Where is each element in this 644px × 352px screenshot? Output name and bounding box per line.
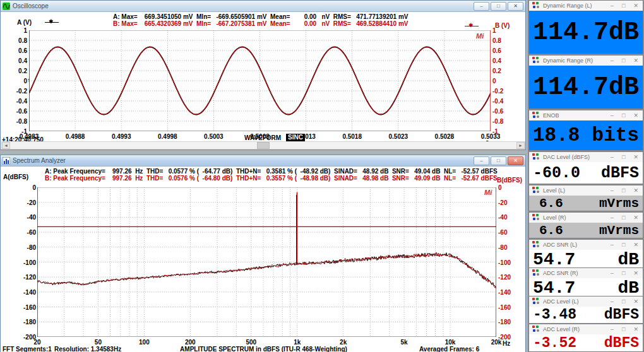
minimize-icon[interactable]: – — [474, 2, 489, 11]
y-tick-label-right: 0.8 — [492, 37, 501, 44]
close-icon[interactable]: ✕ — [633, 240, 638, 249]
close-icon[interactable]: ✕ — [633, 186, 638, 195]
maximize-icon[interactable]: □ — [622, 269, 625, 278]
minimize-icon[interactable]: – — [611, 269, 614, 278]
maximize-icon[interactable]: □ — [622, 325, 625, 334]
meter-window: Level (R) – □ ✕ 6.6 mVrms — [528, 212, 643, 238]
sinc-mode-badge[interactable]: SINC — [286, 134, 305, 141]
meter-titlebar[interactable]: Dynamic Range (R) – □ ✕ — [529, 56, 643, 66]
minimize-icon[interactable]: – — [611, 56, 614, 65]
y-tick-label-right: -160 — [498, 304, 511, 311]
maximize-icon[interactable]: □ — [622, 297, 625, 306]
oscilloscope-body: A: Max= 669.3451050 mV MIn= -669.6505901… — [1, 12, 525, 150]
meter-title: DAC Level (dBFS) — [543, 154, 607, 160]
meter-value-number: -3.48 — [533, 307, 576, 323]
minimize-icon[interactable]: – — [611, 1, 614, 10]
tick-label: 0 — [1, 78, 27, 85]
close-icon[interactable]: ✕ — [633, 325, 638, 334]
tick-label: 500 — [236, 339, 266, 346]
spectrum-a-axis-label: A(dBFS) — [3, 173, 28, 180]
oscilloscope-scrollbar[interactable]: ◄ ► — [1, 141, 525, 150]
tick-label: 0.6 — [1, 47, 27, 54]
tick-label: -0.4 — [1, 98, 27, 105]
meter-titlebar[interactable]: ADC Level (R) – □ ✕ — [529, 324, 643, 334]
meter-value-unit: dB — [609, 18, 639, 47]
meter-titlebar[interactable]: Level (R) – □ ✕ — [529, 213, 643, 223]
oscilloscope-titlebar[interactable]: Oscilloscope – □ ✕ — [1, 1, 525, 12]
y-tick-label-right: 0.6 — [492, 47, 501, 54]
maximize-icon[interactable]: □ — [491, 156, 506, 165]
minimize-icon[interactable]: – — [611, 297, 614, 306]
maximize-icon[interactable]: □ — [622, 153, 625, 161]
meter-value-unit: mVrms — [599, 196, 639, 211]
maximize-icon[interactable]: □ — [622, 240, 625, 249]
close-icon[interactable]: ✕ — [633, 153, 638, 161]
close-icon[interactable]: ✕ — [508, 2, 523, 11]
maximize-icon[interactable]: □ — [622, 1, 625, 10]
y-tick-label-right: -60 — [498, 229, 507, 236]
tick-label: 10k — [435, 339, 465, 346]
scroll-left-icon[interactable]: ◄ — [2, 142, 10, 149]
oscilloscope-window: Oscilloscope – □ ✕ A: Max= 669.3451050 m… — [0, 0, 526, 150]
scroll-right-icon[interactable]: ► — [516, 142, 525, 149]
y-tick-label-right: 0 — [492, 78, 496, 85]
averaged-frames-label: Averaged Frames: 6 — [419, 346, 479, 352]
close-icon[interactable]: ✕ — [633, 297, 638, 306]
meter-app-icon — [532, 112, 540, 119]
meter-app-icon — [532, 153, 540, 161]
meter-titlebar[interactable]: DAC Level (dBFS) – □ ✕ — [529, 152, 643, 162]
meter-titlebar[interactable]: ADC SNR (R) – □ ✕ — [529, 268, 643, 278]
meter-value-number: 114.7 — [533, 73, 609, 102]
channel-a-probe-marker-icon[interactable]: ✱ — [45, 19, 59, 25]
close-icon[interactable]: ✕ — [633, 269, 638, 278]
y-tick-label-right: -120 — [498, 274, 511, 281]
maximize-icon[interactable]: □ — [622, 56, 625, 65]
meter-app-icon — [532, 2, 540, 9]
spectrum-titlebar[interactable]: Spectrum Analyzer – □ ✕ — [1, 155, 525, 167]
close-icon[interactable]: ✕ — [633, 56, 638, 65]
spectrum-plot[interactable] — [37, 187, 496, 337]
minimize-icon[interactable]: – — [611, 111, 614, 120]
meter-title: Dynamic Range (R) — [543, 57, 607, 64]
tick-label: -20 — [9, 199, 36, 206]
meters-panel: Dynamic Range (L) – □ ✕ 114.7 dB Dynamic… — [528, 0, 644, 352]
oscilloscope-title: Oscilloscope — [13, 3, 474, 9]
meter-value-display: 18.8 bits — [529, 120, 643, 150]
close-icon[interactable]: ✕ — [633, 1, 638, 10]
meter-titlebar[interactable]: Dynamic Range (L) – □ ✕ — [529, 1, 643, 11]
minimize-icon[interactable]: – — [611, 186, 614, 195]
maximize-icon[interactable]: □ — [622, 213, 625, 222]
meter-app-icon — [532, 214, 540, 221]
tick-label: -180 — [9, 319, 36, 326]
close-icon[interactable]: ✕ — [633, 213, 638, 222]
tick-label: 0.5028 — [429, 133, 460, 140]
meter-value-unit: mVrms — [599, 223, 639, 238]
tick-label: 0.4998 — [152, 133, 182, 140]
scrollbar-thumb[interactable] — [257, 142, 270, 149]
oscilloscope-plot[interactable] — [29, 30, 491, 131]
meter-value-number: -3.52 — [533, 335, 576, 351]
minimize-icon[interactable]: – — [611, 213, 614, 222]
minimize-icon[interactable]: – — [611, 325, 614, 334]
spectrum-b-axis-label: B(dBFS) — [497, 177, 522, 184]
meter-title: Level (L) — [543, 187, 607, 194]
minimize-icon[interactable]: – — [611, 240, 614, 249]
maximize-icon[interactable]: □ — [622, 186, 625, 195]
minimize-icon[interactable]: – — [611, 153, 614, 161]
meter-value-display: -60.0 dBFS — [529, 162, 643, 184]
minimize-icon[interactable]: – — [474, 156, 489, 165]
channel-b-probe-marker-icon[interactable]: ✱ — [465, 23, 479, 29]
close-icon[interactable]: ✕ — [508, 156, 523, 165]
meter-titlebar[interactable]: ENOB – □ ✕ — [529, 110, 643, 120]
meter-value-display: 6.6 mVrms — [529, 223, 643, 238]
meter-titlebar[interactable]: Level (L) – □ ✕ — [529, 185, 643, 196]
maximize-icon[interactable]: □ — [491, 2, 506, 11]
trigger-level-marker-icon[interactable]: ↑ — [27, 77, 30, 83]
meter-window: Dynamic Range (L) – □ ✕ 114.7 dB — [528, 0, 643, 54]
meter-titlebar[interactable]: ADC Level (L) – □ ✕ — [529, 296, 643, 307]
tick-label: -0.6 — [1, 108, 27, 115]
app-desktop: Oscilloscope – □ ✕ A: Max= 669.3451050 m… — [0, 0, 644, 352]
meter-titlebar[interactable]: ADC SNR (L) – □ ✕ — [529, 240, 643, 250]
maximize-icon[interactable]: □ — [622, 111, 625, 120]
close-icon[interactable]: ✕ — [633, 111, 638, 120]
